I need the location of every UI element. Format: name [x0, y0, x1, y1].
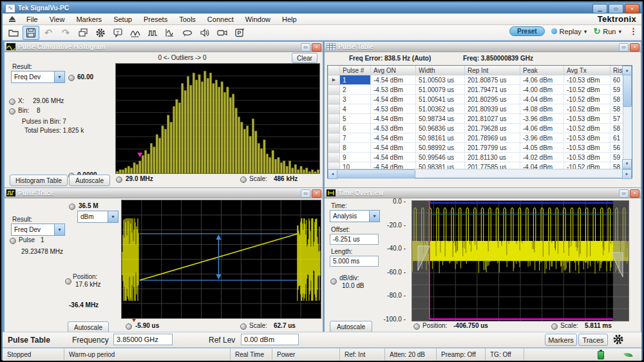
- menu-item-file[interactable]: File: [21, 15, 44, 24]
- adjust-knob-icon[interactable]: [126, 323, 132, 330]
- traces-button[interactable]: Traces: [578, 334, 608, 346]
- menu-item-window[interactable]: Window: [240, 15, 276, 24]
- undo-icon[interactable]: ↶: [40, 26, 57, 40]
- time-overview-panel-titlebar[interactable]: Time Overview ▭ ×: [325, 188, 641, 198]
- histogram-plot[interactable]: [115, 63, 320, 174]
- table-row[interactable]: 7-4.54 dBm50.98161 us201.78969 us-3.96 d…: [328, 133, 624, 143]
- adjust-knob-icon[interactable]: [330, 278, 337, 285]
- table-row[interactable]: 3-4.54 dBm51.00541 us201.80295 us-4.04 d…: [328, 95, 624, 104]
- menu-item-presets[interactable]: Presets: [138, 15, 173, 24]
- markers-button[interactable]: Markers: [545, 334, 577, 346]
- menu-item-setup[interactable]: Setup: [108, 15, 138, 24]
- preset-button[interactable]: Preset: [509, 26, 545, 36]
- adjust-knob-icon[interactable]: [240, 323, 247, 330]
- panel-close-button[interactable]: ×: [312, 189, 321, 198]
- redo-icon[interactable]: ↷: [57, 26, 74, 40]
- adjust-knob-icon[interactable]: [240, 176, 247, 183]
- menu-item-view[interactable]: View: [44, 15, 71, 24]
- horizontal-scrollbar[interactable]: ◂ ▸: [328, 169, 632, 178]
- scroll-up-icon[interactable]: ▴: [622, 66, 632, 75]
- table-row[interactable]: 6-4.53 dBm50.96836 us201.79628 us-4.06 d…: [328, 124, 624, 133]
- table-row[interactable]: 5-4.54 dBm50.98734 us201.81027 us-3.96 d…: [328, 114, 624, 124]
- menu-item-connect[interactable]: Connect: [202, 15, 240, 24]
- units-combo[interactable]: dBm ▾: [77, 211, 118, 223]
- column-header-avg-on[interactable]: Avg ON: [371, 66, 416, 75]
- length-input[interactable]: [330, 256, 379, 267]
- offset-input[interactable]: [330, 234, 379, 245]
- more-options-icon[interactable]: ⋮: [629, 26, 638, 36]
- close-button[interactable]: ×: [625, 4, 639, 14]
- row-selector-cell[interactable]: ▶: [328, 75, 340, 85]
- replay-dropdown[interactable]: Replay ▾: [551, 28, 587, 35]
- adjust-knob-icon[interactable]: [116, 176, 122, 183]
- scrollbar-thumb[interactable]: [623, 75, 632, 107]
- scroll-left-icon[interactable]: ◂: [328, 169, 337, 179]
- panel-close-button[interactable]: ×: [312, 43, 321, 52]
- time-overview-plot[interactable]: [412, 200, 629, 321]
- row-selector-cell[interactable]: [328, 124, 340, 133]
- column-header-avg-tx[interactable]: Avg Tx: [564, 66, 611, 75]
- pulse-table-panel-titlebar[interactable]: Pulse Table ▭ ×: [325, 42, 641, 52]
- panel-minimize-button[interactable]: ▭: [619, 189, 629, 198]
- row-selector-cell[interactable]: [328, 95, 340, 104]
- minimize-button[interactable]: ▁: [592, 4, 607, 14]
- save-icon[interactable]: [23, 26, 39, 40]
- column-header-rise[interactable]: Rise: [611, 66, 624, 75]
- adjust-knob-icon[interactable]: [68, 75, 75, 81]
- vertical-scrollbar[interactable]: ▴ ▾: [623, 66, 632, 169]
- dpx-icon[interactable]: [179, 26, 196, 40]
- maximize-button[interactable]: ▭: [609, 4, 623, 14]
- frequency-input[interactable]: [113, 334, 173, 345]
- autoscale-button[interactable]: Autoscale: [330, 321, 372, 332]
- clear-button[interactable]: Clear: [292, 53, 317, 63]
- panel-close-button[interactable]: ×: [630, 189, 639, 198]
- row-selector-cell[interactable]: [328, 114, 340, 124]
- table-row[interactable]: 9-4.54 dBm50.99546 us201.81130 us-4.02 d…: [328, 153, 624, 162]
- camera-icon[interactable]: [214, 26, 231, 40]
- pulse-trace-plot[interactable]: [121, 200, 321, 319]
- row-selector-cell[interactable]: [328, 133, 340, 143]
- menu-item-help[interactable]: Help: [276, 15, 303, 24]
- column-header-peak[interactable]: Peak: [520, 66, 564, 75]
- result-combo[interactable]: Freq Dev ▾: [11, 224, 65, 236]
- marker-label-icon[interactable]: T: [109, 26, 126, 40]
- time-combo[interactable]: Analysis ▾: [330, 210, 380, 222]
- pulse-trace-icon[interactable]: [144, 26, 161, 40]
- table-row[interactable]: 8-4.54 dBm50.98992 us201.79799 us-4.05 d…: [328, 143, 624, 153]
- panel-minimize-button[interactable]: ▭: [301, 189, 310, 198]
- histogram-table-button[interactable]: Histogram Table: [10, 175, 68, 186]
- result-combo[interactable]: Freq Dev ▾: [11, 71, 65, 83]
- menu-item-markers[interactable]: Markers: [70, 15, 108, 24]
- histogram-panel-titlebar[interactable]: Pulse Cumulative Histogram ▭ ×: [5, 42, 323, 52]
- row-selector-cell[interactable]: [328, 104, 340, 114]
- windows-layout-icon[interactable]: [75, 26, 91, 40]
- table-row[interactable]: ▶1-4.54 dBm51.00503 us201.80875 us-4.06 …: [328, 75, 624, 85]
- adjust-knob-icon[interactable]: [65, 278, 71, 285]
- settings-gear-icon[interactable]: [92, 26, 109, 40]
- panel-close-button[interactable]: ×: [630, 43, 639, 52]
- adjust-knob-icon[interactable]: [9, 99, 15, 105]
- adjust-knob-icon[interactable]: [413, 323, 420, 330]
- row-selector-cell[interactable]: [328, 153, 340, 162]
- autoscale-button[interactable]: Autoscale: [69, 175, 110, 186]
- pulse-trace-panel-titlebar[interactable]: Pulse Trace ▭ ×: [5, 188, 323, 198]
- scroll-right-icon[interactable]: ▸: [622, 169, 632, 179]
- panel-minimize-button[interactable]: ▭: [619, 43, 629, 52]
- ref-lev-input[interactable]: [241, 334, 299, 345]
- audio-demod-icon[interactable]: [196, 26, 213, 40]
- settings-gear-icon[interactable]: [612, 333, 625, 346]
- adjust-knob-icon[interactable]: [551, 323, 558, 330]
- scroll-down-icon[interactable]: ▾: [622, 159, 632, 169]
- time-waveform-icon[interactable]: [162, 26, 178, 40]
- row-selector-cell[interactable]: [328, 85, 340, 95]
- adjust-knob-icon[interactable]: [9, 108, 15, 115]
- table-row[interactable]: 4-4.53 dBm51.00362 us201.80939 us-4.08 d…: [328, 104, 624, 114]
- table-row[interactable]: 2-4.53 dBm51.00079 us201.79471 us-4.00 d…: [328, 85, 624, 95]
- pulse-statistics-icon[interactable]: [127, 26, 144, 40]
- table-row[interactable]: 10-4.54 dBm50.98381 us201.77585 us-4.04 …: [328, 162, 624, 169]
- eject-icon[interactable]: [9, 16, 15, 22]
- adjust-knob-icon[interactable]: [69, 204, 75, 210]
- row-selector-cell[interactable]: [328, 143, 340, 153]
- preset-p-icon[interactable]: P: [231, 26, 248, 40]
- menu-item-tools[interactable]: Tools: [173, 15, 202, 24]
